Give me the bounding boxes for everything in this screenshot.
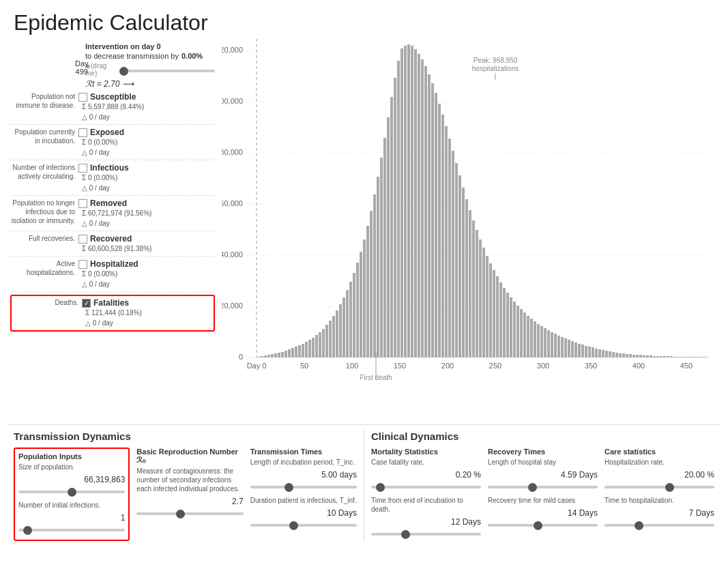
svg-rect-59 [407, 44, 410, 357]
svg-rect-91 [516, 306, 519, 357]
svg-rect-96 [534, 321, 536, 357]
fatalities-checkbox[interactable] [82, 299, 91, 308]
svg-rect-143 [694, 357, 697, 357]
initial-infections-subtitle: Number of initial infections. [18, 501, 125, 510]
recovered-checkbox[interactable] [78, 235, 87, 244]
hospitalized-stats: Σ 0 (0.00%) △ 0 / day [82, 269, 139, 289]
svg-rect-36 [329, 321, 332, 357]
case-fatality-subtitle: Case fatality rate. [371, 458, 481, 467]
svg-rect-71 [448, 138, 451, 357]
svg-rect-94 [527, 316, 529, 357]
transmission-times-title: Transmission Times [250, 448, 357, 456]
svg-text:20,000: 20,000 [222, 302, 243, 310]
svg-text:250: 250 [489, 362, 501, 370]
svg-rect-15 [257, 357, 260, 357]
mild-recovery-slider[interactable] [488, 524, 598, 527]
svg-rect-112 [588, 347, 591, 357]
svg-rect-103 [557, 336, 560, 357]
svg-rect-108 [574, 342, 577, 357]
infectious-description: Number of infections actively circulatin… [10, 163, 78, 181]
hospitalized-description: Active hospitalizations. [10, 259, 78, 277]
susceptible-description: Population not immune to disease. [10, 92, 78, 110]
svg-rect-41 [346, 290, 349, 357]
svg-text:200: 200 [441, 362, 454, 370]
svg-rect-73 [455, 163, 458, 357]
population-size-slider[interactable] [18, 491, 125, 493]
svg-rect-30 [308, 340, 311, 357]
reproduction-number-slider[interactable] [136, 512, 243, 515]
clinical-dynamics: Clinical Dynamics Mortality Statistics C… [364, 430, 721, 541]
susceptible-checkbox[interactable] [78, 93, 87, 102]
infectious-duration-slider[interactable] [250, 524, 357, 527]
transmission-grid: Population Inputs Size of population. 66… [14, 448, 357, 541]
removed-checkbox[interactable] [78, 199, 87, 208]
svg-rect-65 [428, 74, 431, 357]
time-hospitalization-value: 7 Days [605, 508, 714, 518]
svg-rect-86 [499, 282, 502, 357]
svg-rect-119 [612, 352, 615, 357]
incubation-slider[interactable] [250, 486, 357, 488]
svg-rect-146 [704, 357, 707, 357]
svg-rect-99 [544, 328, 547, 357]
svg-rect-134 [663, 356, 666, 357]
svg-rect-37 [332, 316, 335, 357]
svg-rect-75 [462, 188, 465, 357]
page-title: Epidemic Calculator [0, 0, 728, 39]
transmission-times-col: Transmission Times Length of incubation … [250, 448, 357, 541]
svg-rect-69 [441, 115, 444, 357]
time-hospitalization-subtitle: Time to hospitalization. [605, 496, 714, 505]
incubation-subtitle: Length of incubation period, T_inc. [250, 458, 357, 467]
seir-row-susceptible: Population not immune to disease. Suscep… [10, 92, 215, 125]
svg-rect-92 [520, 309, 523, 357]
svg-rect-38 [336, 310, 338, 357]
svg-rect-98 [540, 326, 543, 357]
hospitalized-label: Hospitalized [90, 259, 139, 269]
case-fatality-value: 0.20 % [371, 470, 481, 480]
incubation-value: 5.00 days [250, 470, 357, 480]
svg-rect-62 [418, 54, 420, 357]
infectious-checkbox[interactable] [78, 164, 87, 173]
svg-text:Day 0: Day 0 [247, 362, 267, 370]
svg-rect-84 [493, 270, 495, 357]
time-hospitalization-slider[interactable] [605, 524, 714, 527]
svg-rect-109 [578, 344, 581, 357]
death-time-value: 12 Days [371, 517, 481, 527]
hospitalization-rate-subtitle: Hospitalization rate. [605, 458, 714, 467]
hospital-stay-slider[interactable] [488, 486, 598, 488]
intervention-slider[interactable] [119, 70, 215, 72]
svg-rect-79 [476, 230, 478, 357]
hospitalization-rate-slider[interactable] [605, 486, 714, 488]
svg-rect-26 [295, 347, 297, 357]
svg-rect-141 [687, 357, 690, 357]
hospitalization-rate-value: 20.00 % [605, 470, 714, 480]
removed-label: Removed [90, 199, 127, 208]
care-statistics-title: Care statistics [605, 448, 714, 456]
svg-rect-107 [571, 341, 574, 357]
clinical-grid: Mortality Statistics Case fatality rate.… [371, 448, 714, 540]
svg-rect-85 [496, 276, 499, 357]
svg-rect-93 [523, 312, 526, 357]
decrease-text: to decrease transmission by [85, 52, 179, 60]
svg-rect-47 [366, 226, 369, 357]
population-inputs-subtitle: Size of population. [18, 463, 125, 471]
bottom-section: Transmission Dynamics Population Inputs … [7, 424, 721, 541]
death-time-slider[interactable] [371, 533, 481, 536]
population-size-value: 66,319,863 [18, 475, 125, 484]
infectious-duration-value: 10 Days [250, 508, 357, 518]
svg-rect-100 [547, 330, 550, 357]
exposed-checkbox[interactable] [78, 128, 87, 137]
svg-text:150: 150 [394, 362, 406, 370]
fatalities-stats: Σ 121,444 (0.18%) △ 0 / day [85, 308, 142, 328]
svg-text:hospitalizations: hospitalizations [472, 65, 519, 72]
svg-rect-101 [551, 332, 553, 357]
svg-rect-105 [564, 338, 567, 357]
svg-rect-114 [595, 349, 598, 357]
svg-text:60,000: 60,000 [222, 199, 243, 207]
case-fatality-slider[interactable] [371, 486, 481, 488]
initial-infections-slider[interactable] [18, 529, 125, 531]
svg-rect-74 [458, 175, 461, 357]
svg-rect-24 [288, 349, 291, 357]
hospital-stay-subtitle: Length of hospital stay [488, 458, 598, 467]
hospitalized-checkbox[interactable] [78, 260, 87, 269]
svg-rect-144 [697, 357, 700, 357]
